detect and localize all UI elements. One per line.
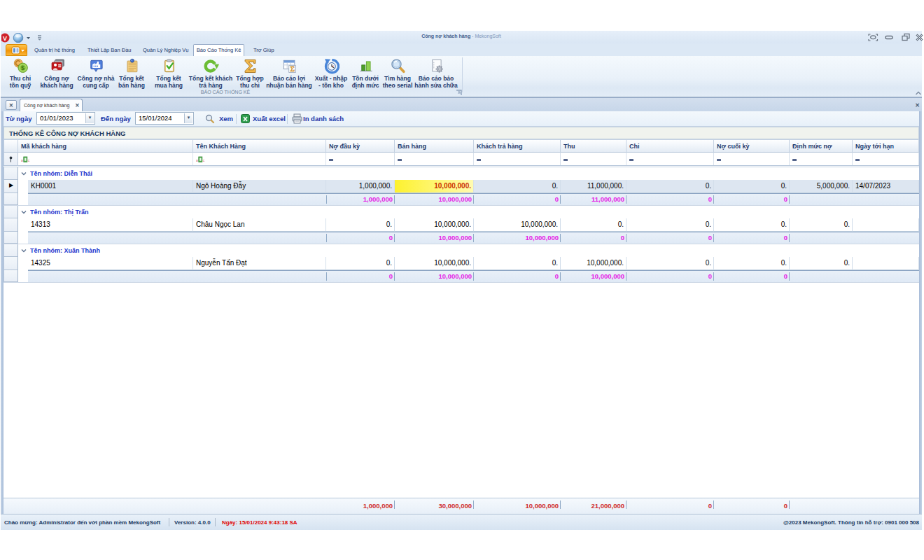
svg-text:a: a bbox=[196, 158, 198, 162]
svg-text:c: c bbox=[28, 158, 30, 162]
svg-text:c: c bbox=[203, 158, 205, 162]
svg-text:Σ: Σ bbox=[290, 65, 294, 73]
svg-text:$: $ bbox=[21, 64, 24, 71]
svg-text:a: a bbox=[21, 158, 23, 162]
